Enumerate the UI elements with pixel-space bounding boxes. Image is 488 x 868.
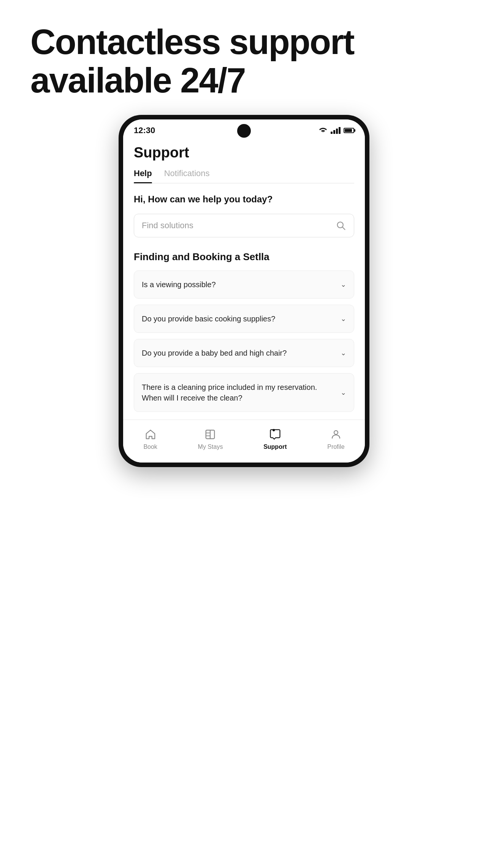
help-question: Hi, How can we help you today?: [134, 194, 354, 205]
tabs-container: Help Notifications: [134, 169, 354, 183]
status-icons: [318, 127, 354, 134]
battery-icon: [344, 128, 354, 133]
faq-item[interactable]: Is a viewing possible? ⌄: [134, 270, 354, 299]
bottom-nav: Book My Stays: [123, 420, 365, 463]
chevron-down-icon: ⌄: [341, 388, 346, 397]
page-title: Support: [134, 138, 354, 169]
home-icon: [144, 428, 157, 441]
phone-screen: 12:30: [123, 119, 365, 463]
phone-frame: 12:30: [119, 115, 369, 467]
camera-notch: [237, 124, 251, 138]
stays-icon: [203, 428, 217, 441]
chevron-down-icon: ⌄: [341, 315, 346, 323]
section-title: Finding and Booking a Setlla: [134, 251, 354, 263]
nav-item-stays[interactable]: My Stays: [198, 428, 223, 450]
profile-icon: [329, 428, 343, 441]
support-icon: [268, 428, 282, 441]
svg-point-6: [334, 431, 338, 434]
search-placeholder: Find solutions: [142, 221, 336, 231]
nav-label-stays: My Stays: [198, 444, 223, 450]
wifi-icon: [318, 127, 328, 134]
nav-label-book: Book: [143, 444, 157, 450]
faq-text: There is a cleaning price included in my…: [142, 382, 341, 403]
faq-text: Do you provide a baby bed and high chair…: [142, 348, 341, 358]
nav-label-support: Support: [263, 444, 287, 450]
nav-label-profile: Profile: [327, 444, 344, 450]
tab-help[interactable]: Help: [134, 169, 152, 183]
chevron-down-icon: ⌄: [341, 349, 346, 357]
hero-section: Contactless support available 24/7: [0, 0, 488, 115]
search-bar[interactable]: Find solutions: [134, 214, 354, 237]
svg-point-5: [273, 429, 275, 431]
hero-title: Contactless support available 24/7: [30, 23, 458, 100]
status-time: 12:30: [134, 126, 155, 135]
faq-item[interactable]: Do you provide basic cooking supplies? ⌄: [134, 305, 354, 333]
faq-item[interactable]: There is a cleaning price included in my…: [134, 373, 354, 412]
faq-text: Do you provide basic cooking supplies?: [142, 313, 341, 324]
signal-icon: [331, 127, 341, 134]
faq-item[interactable]: Do you provide a baby bed and high chair…: [134, 339, 354, 367]
chevron-down-icon: ⌄: [341, 280, 346, 289]
search-icon: [336, 220, 346, 231]
faq-text: Is a viewing possible?: [142, 279, 341, 290]
nav-item-support[interactable]: Support: [263, 428, 287, 450]
app-content: Support Help Notifications Hi, How can w…: [123, 138, 365, 412]
tab-notifications[interactable]: Notifications: [164, 169, 210, 183]
nav-item-profile[interactable]: Profile: [327, 428, 344, 450]
nav-item-book[interactable]: Book: [143, 428, 157, 450]
